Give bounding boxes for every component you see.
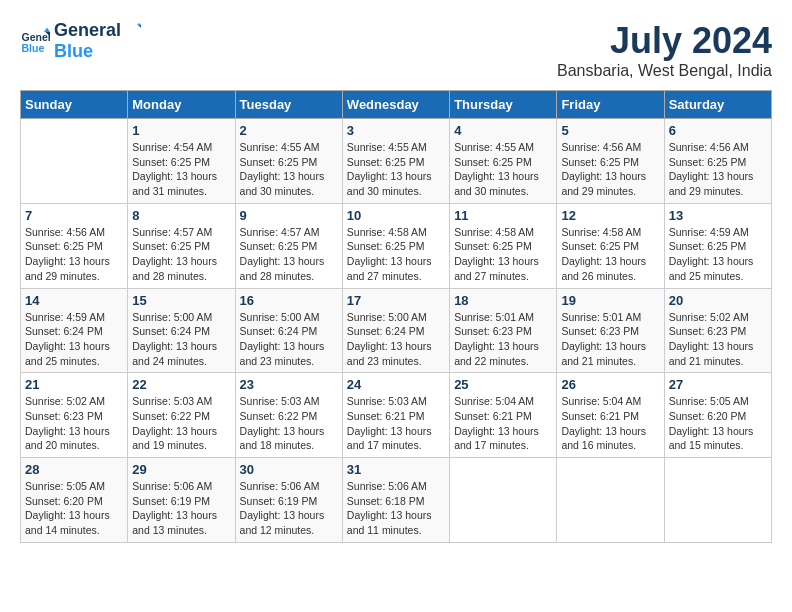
cell-info: Sunrise: 4:55 AM Sunset: 6:25 PM Dayligh…	[454, 140, 552, 199]
calendar-cell: 10Sunrise: 4:58 AM Sunset: 6:25 PM Dayli…	[342, 203, 449, 288]
calendar-cell: 4Sunrise: 4:55 AM Sunset: 6:25 PM Daylig…	[450, 119, 557, 204]
cell-info: Sunrise: 4:58 AM Sunset: 6:25 PM Dayligh…	[454, 225, 552, 284]
cell-info: Sunrise: 5:00 AM Sunset: 6:24 PM Dayligh…	[347, 310, 445, 369]
cell-info: Sunrise: 4:59 AM Sunset: 6:24 PM Dayligh…	[25, 310, 123, 369]
cell-info: Sunrise: 5:02 AM Sunset: 6:23 PM Dayligh…	[25, 394, 123, 453]
weekday-header-sunday: Sunday	[21, 91, 128, 119]
day-number: 18	[454, 293, 552, 308]
calendar-cell: 11Sunrise: 4:58 AM Sunset: 6:25 PM Dayli…	[450, 203, 557, 288]
day-number: 1	[132, 123, 230, 138]
calendar-cell: 15Sunrise: 5:00 AM Sunset: 6:24 PM Dayli…	[128, 288, 235, 373]
cell-info: Sunrise: 4:56 AM Sunset: 6:25 PM Dayligh…	[25, 225, 123, 284]
weekday-header-monday: Monday	[128, 91, 235, 119]
day-number: 4	[454, 123, 552, 138]
calendar-cell: 8Sunrise: 4:57 AM Sunset: 6:25 PM Daylig…	[128, 203, 235, 288]
calendar-cell: 7Sunrise: 4:56 AM Sunset: 6:25 PM Daylig…	[21, 203, 128, 288]
cell-info: Sunrise: 5:00 AM Sunset: 6:24 PM Dayligh…	[240, 310, 338, 369]
title-block: July 2024 Bansbaria, West Bengal, India	[557, 20, 772, 80]
calendar-cell: 12Sunrise: 4:58 AM Sunset: 6:25 PM Dayli…	[557, 203, 664, 288]
calendar-cell: 16Sunrise: 5:00 AM Sunset: 6:24 PM Dayli…	[235, 288, 342, 373]
calendar-cell: 17Sunrise: 5:00 AM Sunset: 6:24 PM Dayli…	[342, 288, 449, 373]
weekday-header-row: SundayMondayTuesdayWednesdayThursdayFrid…	[21, 91, 772, 119]
calendar-cell	[664, 458, 771, 543]
calendar-table: SundayMondayTuesdayWednesdayThursdayFrid…	[20, 90, 772, 543]
calendar-cell	[557, 458, 664, 543]
cell-info: Sunrise: 5:05 AM Sunset: 6:20 PM Dayligh…	[25, 479, 123, 538]
calendar-week-row: 28Sunrise: 5:05 AM Sunset: 6:20 PM Dayli…	[21, 458, 772, 543]
day-number: 29	[132, 462, 230, 477]
day-number: 7	[25, 208, 123, 223]
calendar-week-row: 21Sunrise: 5:02 AM Sunset: 6:23 PM Dayli…	[21, 373, 772, 458]
calendar-cell	[450, 458, 557, 543]
calendar-cell: 31Sunrise: 5:06 AM Sunset: 6:18 PM Dayli…	[342, 458, 449, 543]
cell-info: Sunrise: 5:03 AM Sunset: 6:21 PM Dayligh…	[347, 394, 445, 453]
day-number: 13	[669, 208, 767, 223]
cell-info: Sunrise: 4:54 AM Sunset: 6:25 PM Dayligh…	[132, 140, 230, 199]
cell-info: Sunrise: 5:05 AM Sunset: 6:20 PM Dayligh…	[669, 394, 767, 453]
cell-info: Sunrise: 4:56 AM Sunset: 6:25 PM Dayligh…	[561, 140, 659, 199]
weekday-header-saturday: Saturday	[664, 91, 771, 119]
cell-info: Sunrise: 5:01 AM Sunset: 6:23 PM Dayligh…	[561, 310, 659, 369]
day-number: 31	[347, 462, 445, 477]
cell-info: Sunrise: 5:04 AM Sunset: 6:21 PM Dayligh…	[561, 394, 659, 453]
day-number: 8	[132, 208, 230, 223]
page-header: General Blue General Blue July 2024 Bans…	[20, 20, 772, 80]
day-number: 17	[347, 293, 445, 308]
day-number: 11	[454, 208, 552, 223]
day-number: 14	[25, 293, 123, 308]
day-number: 28	[25, 462, 123, 477]
cell-info: Sunrise: 5:00 AM Sunset: 6:24 PM Dayligh…	[132, 310, 230, 369]
calendar-cell: 5Sunrise: 4:56 AM Sunset: 6:25 PM Daylig…	[557, 119, 664, 204]
cell-info: Sunrise: 4:56 AM Sunset: 6:25 PM Dayligh…	[669, 140, 767, 199]
day-number: 24	[347, 377, 445, 392]
weekday-header-thursday: Thursday	[450, 91, 557, 119]
logo: General Blue General Blue	[20, 20, 141, 62]
day-number: 22	[132, 377, 230, 392]
calendar-cell: 6Sunrise: 4:56 AM Sunset: 6:25 PM Daylig…	[664, 119, 771, 204]
calendar-cell: 30Sunrise: 5:06 AM Sunset: 6:19 PM Dayli…	[235, 458, 342, 543]
logo-blue: Blue	[54, 41, 141, 62]
day-number: 2	[240, 123, 338, 138]
day-number: 26	[561, 377, 659, 392]
weekday-header-friday: Friday	[557, 91, 664, 119]
svg-marker-5	[138, 25, 141, 28]
svg-marker-2	[44, 28, 50, 33]
logo-bird-icon	[123, 22, 141, 40]
svg-marker-4	[137, 23, 141, 25]
calendar-week-row: 7Sunrise: 4:56 AM Sunset: 6:25 PM Daylig…	[21, 203, 772, 288]
calendar-cell: 18Sunrise: 5:01 AM Sunset: 6:23 PM Dayli…	[450, 288, 557, 373]
cell-info: Sunrise: 5:01 AM Sunset: 6:23 PM Dayligh…	[454, 310, 552, 369]
day-number: 19	[561, 293, 659, 308]
cell-info: Sunrise: 4:59 AM Sunset: 6:25 PM Dayligh…	[669, 225, 767, 284]
logo-icon: General Blue	[20, 26, 50, 56]
cell-info: Sunrise: 5:06 AM Sunset: 6:18 PM Dayligh…	[347, 479, 445, 538]
weekday-header-tuesday: Tuesday	[235, 91, 342, 119]
day-number: 16	[240, 293, 338, 308]
calendar-cell: 28Sunrise: 5:05 AM Sunset: 6:20 PM Dayli…	[21, 458, 128, 543]
day-number: 6	[669, 123, 767, 138]
cell-info: Sunrise: 5:03 AM Sunset: 6:22 PM Dayligh…	[240, 394, 338, 453]
day-number: 27	[669, 377, 767, 392]
day-number: 9	[240, 208, 338, 223]
day-number: 5	[561, 123, 659, 138]
calendar-cell: 22Sunrise: 5:03 AM Sunset: 6:22 PM Dayli…	[128, 373, 235, 458]
cell-info: Sunrise: 4:55 AM Sunset: 6:25 PM Dayligh…	[240, 140, 338, 199]
cell-info: Sunrise: 4:55 AM Sunset: 6:25 PM Dayligh…	[347, 140, 445, 199]
calendar-cell: 20Sunrise: 5:02 AM Sunset: 6:23 PM Dayli…	[664, 288, 771, 373]
location-subtitle: Bansbaria, West Bengal, India	[557, 62, 772, 80]
calendar-cell: 29Sunrise: 5:06 AM Sunset: 6:19 PM Dayli…	[128, 458, 235, 543]
cell-info: Sunrise: 4:57 AM Sunset: 6:25 PM Dayligh…	[240, 225, 338, 284]
cell-info: Sunrise: 4:58 AM Sunset: 6:25 PM Dayligh…	[347, 225, 445, 284]
calendar-cell: 13Sunrise: 4:59 AM Sunset: 6:25 PM Dayli…	[664, 203, 771, 288]
calendar-cell: 14Sunrise: 4:59 AM Sunset: 6:24 PM Dayli…	[21, 288, 128, 373]
day-number: 23	[240, 377, 338, 392]
calendar-cell: 26Sunrise: 5:04 AM Sunset: 6:21 PM Dayli…	[557, 373, 664, 458]
cell-info: Sunrise: 5:06 AM Sunset: 6:19 PM Dayligh…	[132, 479, 230, 538]
calendar-cell: 21Sunrise: 5:02 AM Sunset: 6:23 PM Dayli…	[21, 373, 128, 458]
cell-info: Sunrise: 5:03 AM Sunset: 6:22 PM Dayligh…	[132, 394, 230, 453]
calendar-cell	[21, 119, 128, 204]
svg-text:Blue: Blue	[22, 42, 45, 54]
day-number: 15	[132, 293, 230, 308]
calendar-week-row: 14Sunrise: 4:59 AM Sunset: 6:24 PM Dayli…	[21, 288, 772, 373]
day-number: 21	[25, 377, 123, 392]
